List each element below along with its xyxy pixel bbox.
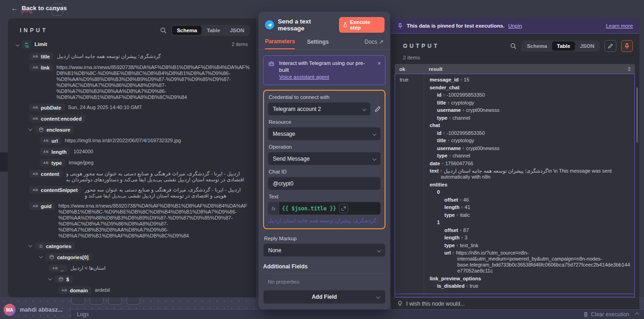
field-value: https://img9.irna.ir/d/r2/2022/06/07/4/1… [65, 138, 251, 144]
edit-credential-icon[interactable] [374, 106, 381, 112]
string-type-icon: AB [33, 105, 38, 110]
chevron-down-icon[interactable] [29, 127, 32, 131]
close-icon[interactable]: × [377, 60, 381, 67]
lightbulb-icon [397, 301, 402, 307]
field-value: image/jpeg [69, 160, 251, 166]
chat-id-input[interactable]: @crypt0 [268, 177, 381, 190]
unpin-link[interactable]: Unpin [508, 23, 522, 29]
sort-icon[interactable] [627, 67, 631, 71]
scrollbar[interactable] [636, 87, 638, 143]
execute-step-button[interactable]: Execute step [339, 17, 385, 33]
field-value: گردشگری؛ پیشران توسعه همه جانبه استان ار… [57, 53, 251, 59]
field-value: اردبیل - ایرنا - گردشگری، میراث فرهنگی و… [85, 187, 251, 199]
chevron-down-icon[interactable] [48, 277, 52, 280]
add-node-button[interactable]: + [52, 4, 63, 16]
field-pill-content-encoded[interactable]: ABcontent:encoded [29, 115, 85, 122]
field-pill-contentsnippet[interactable]: ABcontentSnippet [29, 186, 81, 194]
object-type-icon [49, 255, 54, 260]
flask-icon [343, 22, 347, 28]
logs-bar[interactable]: Logs Clear execution [71, 309, 644, 319]
add-field-button[interactable]: Add Field [263, 290, 385, 304]
edit-output-button[interactable] [604, 40, 616, 52]
object-type-icon [58, 277, 63, 282]
table-row[interactable]: true message_id:16 [395, 294, 634, 298]
credential-select[interactable]: Telegram account 2 [268, 102, 371, 116]
pencil-icon [608, 43, 613, 49]
learn-more-link[interactable]: Learn more [606, 23, 633, 29]
string-type-icon: AB [43, 161, 49, 165]
field-pill-guid[interactable]: ABguid [29, 202, 55, 210]
field-pill-categories0[interactable]: categories[0] [46, 253, 92, 261]
avatar[interactable]: MA [4, 304, 16, 316]
node-details-modal: Send a text message Execute step Paramet… [259, 12, 390, 309]
chat-id-label: Chat ID [269, 169, 381, 174]
operation-select[interactable]: Send Message [268, 152, 381, 165]
node-feedback-input[interactable]: I wish this node would... [391, 297, 639, 309]
user-menu[interactable]: MA mahdi abbasz... ··· [4, 304, 74, 316]
field-value: اردبیل - ایرنا - گردشگری، میراث فرهنگی و… [66, 171, 251, 183]
docs-link[interactable]: Docs↗ [365, 39, 384, 49]
field-pill-underscore[interactable]: AB_ [49, 264, 67, 272]
chevron-down-icon [373, 132, 376, 135]
text-expression-input[interactable]: {{ $json.title }} [279, 202, 381, 215]
resource-select[interactable]: Message [268, 127, 381, 140]
chevron-down-icon[interactable] [16, 43, 19, 46]
search-icon[interactable] [510, 43, 517, 49]
additional-fields-label: Additional Fields [263, 263, 385, 273]
canvas-control-button[interactable] [126, 297, 140, 305]
tab-parameters[interactable]: Parameters [265, 38, 295, 49]
string-type-icon: AB [62, 288, 67, 292]
column-ok[interactable]: ok [395, 66, 424, 72]
field-pill-pubdate[interactable]: ABpubDate [29, 104, 65, 111]
clear-execution-button[interactable]: Clear execution [583, 311, 629, 318]
output-tab-schema[interactable]: Schema [522, 41, 552, 51]
input-tab-table[interactable]: Table [202, 26, 224, 35]
output-tab-json[interactable]: JSON [575, 41, 599, 51]
telegram-icon [265, 20, 274, 29]
canvas-control-button[interactable] [108, 297, 122, 305]
reply-markup-label: Reply Markup [264, 236, 385, 241]
field-pill-domain[interactable]: ABdomain [58, 286, 92, 294]
user-name: mahdi abbasz... [20, 307, 63, 313]
chevron-down-icon[interactable] [29, 244, 32, 247]
output-panel-title: OUTPUT [403, 43, 439, 49]
pin-icon [624, 43, 630, 49]
output-panel: This data is pinned for test executions.… [391, 18, 639, 309]
expression-preview: گردشگری؛ پیشران توسعه همه جانبه استان ار… [268, 217, 381, 224]
expression-toggle[interactable]: fx [268, 202, 279, 215]
output-view-tabs: Schema Table JSON [521, 41, 600, 52]
field-pill-enclosure[interactable]: enclosure [35, 126, 74, 133]
field-value: https://www.irna.ir/news/85920738/%DA%AF… [58, 203, 251, 239]
field-pill-categories[interactable]: categories [35, 242, 75, 250]
output-tab-table[interactable]: Table [552, 41, 575, 51]
field-pill-url[interactable]: ABurl [40, 137, 62, 145]
field-pill-title[interactable]: ABtitle [29, 52, 53, 60]
schema-field-row: ABcontent اردبیل - ایرنا - گردشگری، میرا… [16, 170, 251, 183]
table-row[interactable]: true message_id:15 sender_chat id:-10029… [395, 74, 634, 294]
column-result[interactable]: result [424, 66, 627, 72]
node-name[interactable]: Limit [34, 41, 47, 47]
input-tab-json[interactable]: JSON [225, 26, 249, 35]
field-pill-type[interactable]: ABtype [40, 159, 65, 167]
field-pill-dollar[interactable]: $ [55, 275, 73, 283]
pinned-banner-text: This data is pinned for test executions. [407, 23, 505, 29]
canvas-control-button[interactable] [90, 297, 104, 305]
field-value: ardebil [95, 287, 251, 293]
field-pill-link[interactable]: ABlink [29, 64, 53, 71]
tab-settings[interactable]: Settings [307, 39, 328, 49]
reply-markup-select[interactable]: None [263, 244, 385, 257]
input-view-tabs: Schema Table JSON [171, 25, 250, 36]
search-icon[interactable] [160, 27, 167, 34]
voice-assistant-agent-link[interactable]: Voice assistant agent [279, 74, 329, 80]
node-title: Send a text message [278, 18, 335, 32]
schema-field-row: ABcontent:encoded [16, 115, 251, 122]
pin-data-button[interactable] [621, 40, 633, 52]
input-tab-schema[interactable]: Schema [172, 26, 201, 35]
open-expression-editor-icon[interactable] [339, 204, 348, 213]
field-pill-content[interactable]: ABcontent [29, 170, 63, 178]
chevron-up-icon[interactable] [635, 313, 639, 316]
string-type-icon: AB [33, 65, 38, 70]
chevron-down-icon[interactable] [39, 255, 43, 258]
string-type-icon: AB [33, 204, 38, 208]
field-pill-length[interactable]: ABlength [40, 148, 70, 156]
